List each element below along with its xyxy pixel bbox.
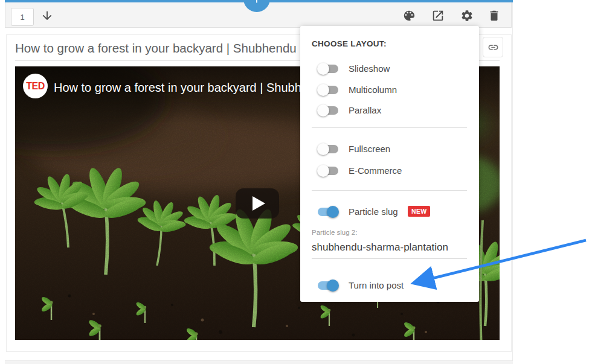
popup-divider	[312, 127, 467, 128]
toggle-label: Fullscreen	[349, 144, 390, 154]
play-icon	[253, 196, 265, 211]
toggle-label: Slideshow	[349, 63, 390, 74]
plus-icon	[250, 0, 263, 5]
ted-logo[interactable]: TED	[23, 74, 48, 98]
settings-icon[interactable]	[460, 9, 474, 22]
fullscreen-toggle[interactable]	[317, 143, 339, 155]
slug-field-label: Particle slug 2:	[312, 229, 357, 236]
new-badge: NEW	[408, 206, 430, 217]
toggle-row-multicolumn: Multicolumn	[300, 82, 479, 98]
trash-icon[interactable]	[487, 9, 501, 22]
palette-icon[interactable]	[402, 9, 416, 22]
turn-into-post-toggle[interactable]	[317, 279, 339, 292]
slideshow-toggle[interactable]	[317, 63, 339, 75]
multicolumn-toggle[interactable]	[317, 84, 339, 96]
column-divider	[512, 0, 513, 364]
open-in-new-icon[interactable]	[431, 9, 445, 22]
move-down-icon[interactable]	[40, 9, 54, 22]
toggle-label: Turn into post	[349, 280, 404, 290]
toggle-row-parallax: Parallax	[300, 103, 479, 118]
toggle-label: Multicolumn	[349, 85, 397, 95]
popup-divider	[312, 190, 467, 191]
toggle-label: Parallax	[349, 105, 381, 115]
link-button[interactable]	[483, 37, 503, 57]
order-input[interactable]	[11, 8, 34, 26]
slug-input[interactable]	[312, 239, 467, 259]
particle-slug-toggle[interactable]	[317, 206, 339, 218]
parallax-toggle[interactable]	[317, 104, 339, 117]
toggle-row-ecommerce: E-Commerce	[300, 163, 479, 179]
toggle-row-fullscreen: Fullscreen	[300, 141, 479, 157]
toggle-label: E-Commerce	[349, 165, 402, 176]
toggle-row-turn-into-post: Turn into post	[300, 278, 479, 293]
play-button[interactable]	[236, 188, 279, 219]
next-section-peek	[5, 360, 513, 364]
toggle-label: Particle slug	[349, 206, 398, 217]
ecommerce-toggle[interactable]	[317, 165, 339, 177]
link-icon	[487, 42, 499, 53]
popup-header: CHOOSE LAYOUT:	[312, 39, 387, 48]
toggle-row-particle-slug: Particle slug NEW	[300, 204, 479, 220]
toggle-row-slideshow: Slideshow	[300, 61, 479, 77]
choose-layout-popup: CHOOSE LAYOUT: Slideshow Multicolumn Par…	[300, 26, 479, 302]
